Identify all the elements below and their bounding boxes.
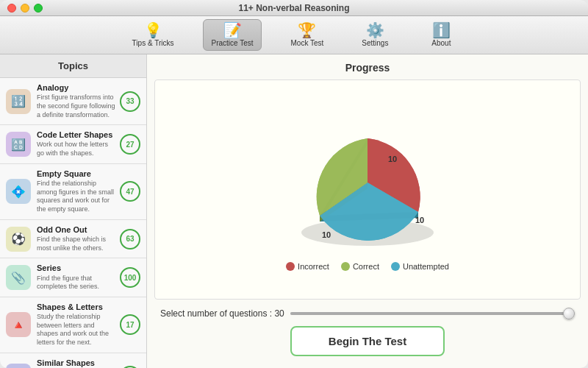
topic-count-shapes-letters: 17: [120, 314, 140, 335]
topic-desc-analogy: First figure transforms into the second …: [37, 93, 117, 119]
practice-icon: 📝: [223, 23, 242, 38]
begin-test-button[interactable]: Begin The Test: [290, 326, 445, 356]
toolbar-item-mock[interactable]: 🏆 Mock Test: [284, 20, 331, 50]
topic-desc-empty-square: Find the relationship among figures in t…: [37, 180, 117, 214]
toolbar-item-practice[interactable]: 📝 Practice Test: [203, 19, 261, 51]
legend: Incorrect Correct Unattempted: [286, 262, 449, 271]
topic-count-series: 100: [120, 267, 140, 288]
topic-item-odd-one-out[interactable]: ⚽ Odd One Out Find the shape which is mo…: [0, 220, 146, 259]
topics-list: 🔢 Analogy First figure transforms into t…: [0, 78, 146, 368]
minimize-button[interactable]: [21, 4, 29, 13]
topic-text-analogy: Analogy First figure transforms into the…: [37, 83, 117, 119]
legend-correct: Correct: [341, 262, 379, 271]
slider-track[interactable]: [290, 312, 575, 315]
pie-chart: 10 10 10: [279, 109, 456, 256]
topic-name-similar-shapes: Similar Shapes: [37, 358, 117, 368]
topic-text-odd-one-out: Odd One Out Find the shape which is most…: [37, 225, 117, 253]
begin-button-area: Begin The Test: [154, 322, 581, 361]
topic-icon-empty-square: 💠: [6, 179, 31, 204]
topic-name-odd-one-out: Odd One Out: [37, 225, 117, 235]
tips-icon: 💡: [144, 23, 162, 38]
topic-icon-series: 📎: [6, 265, 31, 290]
toolbar: 💡 Tips & Tricks 📝 Practice Test 🏆 Mock T…: [0, 16, 588, 54]
topic-desc-odd-one-out: Find the shape which is most unlike the …: [37, 236, 117, 252]
topic-item-similar-shapes[interactable]: ♟ Similar Shapes Study the relationship …: [0, 353, 146, 368]
sidebar-header: Topics: [0, 54, 146, 78]
unattempted-dot: [391, 262, 400, 271]
topic-name-code-letter: Code Letter Shapes: [37, 130, 117, 140]
topic-item-shapes-letters[interactable]: 🔺 Shapes & Letters Study the relationshi…: [0, 297, 146, 353]
incorrect-dot: [286, 262, 295, 271]
window-title: 11+ Non-verbal Reasoning: [238, 3, 349, 13]
main-layout: Topics 🔢 Analogy First figure transforms…: [0, 54, 588, 368]
topic-desc-code-letter: Work out how the letters go with the sha…: [37, 141, 117, 158]
unattempted-label-text: Unattempted: [403, 262, 449, 271]
toolbar-item-tips[interactable]: 💡 Tips & Tricks: [125, 20, 182, 50]
topic-icon-code-letter: 🔠: [6, 132, 31, 157]
topic-icon-shapes-letters: 🔺: [6, 312, 31, 337]
correct-label-text: Correct: [353, 262, 379, 271]
pie-wrapper: 10 10 10: [279, 109, 456, 256]
topic-name-shapes-letters: Shapes & Letters: [37, 302, 117, 312]
close-button[interactable]: [7, 4, 16, 13]
tips-label: Tips & Tricks: [132, 39, 174, 47]
topic-icon-analogy: 🔢: [6, 89, 31, 114]
mock-icon: 🏆: [298, 23, 316, 38]
legend-unattempted: Unattempted: [391, 262, 449, 271]
content-area: Progress: [147, 54, 588, 368]
incorrect-label-text: Incorrect: [298, 262, 329, 271]
slider-thumb[interactable]: [563, 308, 575, 319]
topic-icon-odd-one-out: ⚽: [6, 227, 31, 252]
topic-count-analogy: 33: [120, 91, 140, 112]
topic-text-code-letter: Code Letter Shapes Work out how the lett…: [37, 130, 117, 158]
topic-count-empty-square: 47: [120, 181, 140, 202]
practice-label: Practice Test: [211, 39, 253, 47]
maximize-button[interactable]: [34, 4, 43, 13]
toolbar-item-about[interactable]: ℹ️ About: [419, 20, 463, 50]
topic-item-series[interactable]: 📎 Series Find the figure that completes …: [0, 258, 146, 297]
chart-container: 10 10 10 Incorrect Correct Unattempted: [154, 79, 581, 300]
topic-text-empty-square: Empty Square Find the relationship among…: [37, 169, 117, 214]
correct-dot: [341, 262, 350, 271]
topic-item-empty-square[interactable]: 💠 Empty Square Find the relationship amo…: [0, 164, 146, 220]
legend-incorrect: Incorrect: [286, 262, 329, 271]
topic-desc-series: Find the figure that completes the serie…: [37, 275, 117, 291]
topic-item-analogy[interactable]: 🔢 Analogy First figure transforms into t…: [0, 78, 146, 125]
title-bar: 11+ Non-verbal Reasoning: [0, 0, 588, 16]
topic-name-series: Series: [37, 263, 117, 273]
unattempted-label: 10: [415, 216, 424, 224]
topic-text-shapes-letters: Shapes & Letters Study the relationship …: [37, 302, 117, 347]
topic-desc-shapes-letters: Study the relationship between letters a…: [37, 313, 117, 347]
settings-label: Settings: [362, 39, 388, 47]
about-icon: ℹ️: [432, 23, 451, 38]
progress-header: Progress: [154, 62, 581, 74]
slider-fill: [290, 312, 575, 315]
toolbar-item-settings[interactable]: ⚙️ Settings: [353, 20, 397, 50]
slider-area: Select number of questions : 30: [154, 305, 581, 322]
settings-icon: ⚙️: [366, 23, 384, 38]
topic-count-code-letter: 27: [120, 134, 140, 155]
traffic-lights: [7, 4, 43, 13]
incorrect-label: 10: [388, 155, 397, 163]
topic-name-analogy: Analogy: [37, 83, 117, 93]
mock-label: Mock Test: [291, 39, 324, 47]
topic-icon-similar-shapes: ♟: [6, 364, 31, 368]
about-label: About: [431, 39, 451, 47]
sidebar: Topics 🔢 Analogy First figure transforms…: [0, 54, 147, 368]
slider-label: Select number of questions : 30: [160, 308, 284, 319]
correct-label: 10: [322, 230, 331, 239]
topic-count-odd-one-out: 63: [120, 229, 140, 250]
topic-name-empty-square: Empty Square: [37, 169, 117, 179]
topic-item-code-letter[interactable]: 🔠 Code Letter Shapes Work out how the le…: [0, 125, 146, 164]
topic-text-series: Series Find the figure that completes th…: [37, 263, 117, 291]
topic-text-similar-shapes: Similar Shapes Study the relationship be…: [37, 358, 117, 368]
